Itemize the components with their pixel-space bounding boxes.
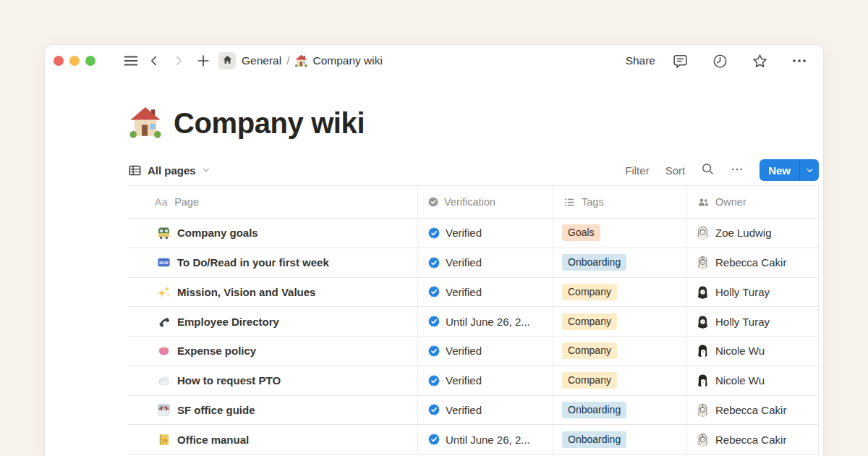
page-cell[interactable]: Company goals (128, 219, 418, 248)
new-page-button[interactable] (194, 51, 213, 70)
nav-back-button[interactable] (145, 51, 163, 70)
verification-cell[interactable]: Until June 26, 2... (418, 425, 553, 454)
minimize-window-button[interactable] (69, 56, 80, 66)
page-link[interactable]: Mission, Vision and Values (177, 286, 315, 298)
owner-cell[interactable]: Nicole Wu (687, 366, 819, 395)
verification-cell[interactable]: Until June 26, 2... (418, 307, 553, 336)
chevron-left-icon (148, 54, 161, 67)
page-link[interactable]: How to request PTO (177, 374, 281, 387)
chevron-down-icon (806, 166, 814, 174)
zoom-window-button[interactable] (85, 56, 95, 66)
close-window-button[interactable] (54, 56, 64, 66)
page-link[interactable]: Expense policy (177, 345, 256, 357)
verification-cell[interactable]: Verified (418, 396, 553, 425)
verification-cell[interactable]: Verified (418, 278, 553, 307)
page-cell[interactable]: Office manual (128, 425, 418, 454)
tags-cell[interactable]: Company (553, 278, 687, 307)
owner-cell[interactable]: Zoe Ludwig (687, 219, 819, 248)
view-options-button[interactable] (731, 163, 744, 178)
verification-cell[interactable]: Verified (418, 248, 553, 277)
table-row[interactable]: Mission, Vision and Values Verified Comp… (128, 278, 819, 308)
table-row[interactable]: Company goals Verified Goals Zoe Ludwig (128, 219, 819, 248)
new-button-emoji-icon (157, 256, 171, 269)
filter-button[interactable]: Filter (625, 164, 649, 177)
tags-cell[interactable]: Onboarding (553, 248, 687, 277)
tag-pill: Onboarding (562, 254, 626, 271)
avatar (696, 226, 710, 240)
column-header-verification[interactable]: Verification (418, 186, 553, 218)
column-header-page[interactable]: Aa Page (128, 186, 418, 218)
tag-pill: Onboarding (562, 431, 626, 448)
chevron-right-icon (172, 54, 185, 67)
tags-cell[interactable]: Company (553, 337, 687, 366)
share-button[interactable]: Share (626, 54, 655, 67)
owner-cell[interactable]: Holly Turay (687, 278, 819, 307)
table-row[interactable]: How to request PTO Verified Company Nico… (128, 366, 819, 396)
clock-icon (712, 53, 728, 69)
owner-cell[interactable]: Nicole Wu (687, 337, 819, 366)
owner-cell[interactable]: Rebecca Cakir (687, 425, 819, 454)
breadcrumb-teamspace[interactable]: General (242, 54, 281, 67)
house-with-garden-emoji-icon (294, 54, 308, 68)
search-button[interactable] (701, 162, 715, 178)
owner-name: Holly Turay (715, 286, 770, 298)
fog-bridge-emoji-icon (157, 403, 171, 417)
new-row-button[interactable]: New (760, 159, 799, 181)
table-header-row: Aa Page Verification Tags (128, 185, 819, 219)
page-cell[interactable]: Expense policy (128, 337, 418, 366)
tag-pill: Onboarding (562, 402, 626, 418)
page-cell[interactable]: Employee Directory (128, 307, 418, 336)
breadcrumb-page[interactable]: Company wiki (294, 54, 382, 68)
new-row-dropdown-button[interactable] (799, 159, 819, 181)
tags-cell[interactable]: Goals (553, 219, 687, 248)
page-link[interactable]: Employee Directory (177, 316, 279, 328)
page-cell[interactable]: How to request PTO (128, 366, 418, 395)
tag-pill: Company (562, 342, 617, 359)
favorite-button[interactable] (750, 51, 769, 70)
sort-button[interactable]: Sort (665, 164, 686, 177)
view-tab-all-pages[interactable]: All pages (128, 164, 210, 177)
comments-button[interactable] (671, 51, 689, 70)
page-link[interactable]: Office manual (177, 434, 249, 446)
breadcrumb-teamspace-icon[interactable] (218, 52, 236, 69)
owner-name: Zoe Ludwig (715, 227, 772, 239)
tag-pill: Goals (562, 224, 600, 241)
tags-cell[interactable]: Company (553, 366, 687, 395)
verified-badge-icon (428, 434, 440, 445)
page-link[interactable]: SF office guide (177, 404, 255, 416)
sidebar-menu-button[interactable] (122, 51, 140, 70)
avatar (696, 433, 710, 447)
page-cell[interactable]: To Do/Read in your first week (128, 248, 418, 277)
page-link[interactable]: To Do/Read in your first week (177, 256, 329, 269)
verification-cell[interactable]: Verified (418, 366, 553, 395)
tags-cell[interactable]: Onboarding (553, 425, 687, 454)
column-header-tags[interactable]: Tags (553, 186, 687, 218)
verification-cell[interactable]: Verified (418, 219, 553, 248)
owner-cell[interactable]: Rebecca Cakir (687, 248, 819, 277)
ellipsis-icon (731, 163, 744, 178)
table-row[interactable]: Expense policy Verified Company Nicole W… (128, 337, 819, 366)
verification-cell[interactable]: Verified (418, 337, 553, 366)
nav-forward-button[interactable] (169, 51, 188, 70)
tag-pill: Company (562, 372, 617, 389)
page-title[interactable]: Company wiki (174, 106, 365, 140)
house-with-garden-emoji-icon[interactable] (128, 106, 163, 140)
updates-button[interactable] (710, 51, 729, 70)
more-options-button[interactable] (790, 51, 809, 70)
new-row-button-group: New (760, 159, 819, 181)
tags-cell[interactable]: Onboarding (553, 396, 687, 425)
table-row[interactable]: Office manual Until June 26, 2... Onboar… (128, 425, 819, 455)
column-header-owner[interactable]: Owner (687, 186, 819, 218)
owner-cell[interactable]: Holly Turay (687, 307, 819, 336)
page-link[interactable]: Company goals (177, 227, 258, 239)
table-row[interactable]: Employee Directory Until June 26, 2... C… (128, 307, 819, 337)
tags-cell[interactable]: Company (553, 307, 687, 336)
owner-cell[interactable]: Rebecca Cakir (687, 396, 819, 425)
table-row[interactable]: SF office guide Verified Onboarding Rebe… (128, 396, 819, 426)
page-cell[interactable]: SF office guide (128, 396, 418, 425)
owner-name: Rebecca Cakir (715, 434, 786, 446)
verified-badge-icon (428, 257, 440, 269)
page-cell[interactable]: Mission, Vision and Values (128, 278, 418, 307)
table-row[interactable]: To Do/Read in your first week Verified O… (128, 248, 819, 278)
plus-icon (196, 54, 210, 68)
